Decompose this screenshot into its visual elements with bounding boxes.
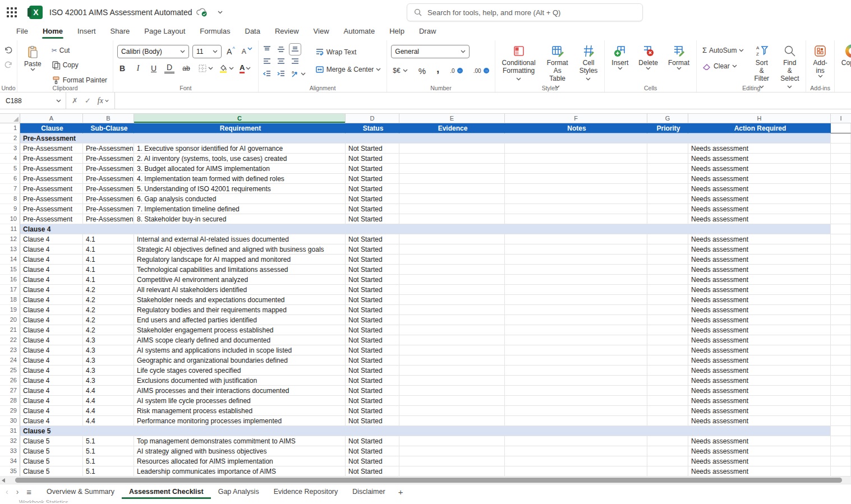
cell-clause-25[interactable]: Clause 4 bbox=[20, 366, 83, 376]
cell-requirement-10[interactable]: 8. Stakeholder buy-in secured bbox=[134, 214, 346, 224]
cell-I32[interactable] bbox=[831, 436, 851, 446]
cell-priority-25[interactable] bbox=[647, 366, 688, 376]
cell-I3[interactable] bbox=[831, 144, 851, 154]
cell-action-7[interactable]: Needs assessment bbox=[688, 184, 831, 194]
row-header-8[interactable]: 8 bbox=[0, 194, 20, 204]
align-bottom-icon[interactable] bbox=[291, 45, 300, 54]
ribbon-tab-home[interactable]: Home bbox=[35, 25, 70, 39]
cell-status-15[interactable]: Not Started bbox=[346, 265, 399, 275]
cell-subclause-32[interactable]: 5.1 bbox=[83, 436, 134, 446]
cell-notes-24[interactable] bbox=[505, 355, 647, 366]
cell-I15[interactable] bbox=[831, 265, 851, 275]
cell-clause-14[interactable]: Clause 4 bbox=[20, 255, 83, 265]
cancel-entry-icon[interactable]: ✗ bbox=[72, 96, 78, 105]
cell-notes-18[interactable] bbox=[505, 295, 647, 305]
cell-evidence-6[interactable] bbox=[399, 174, 505, 184]
cell-clause-32[interactable]: Clause 5 bbox=[20, 436, 83, 446]
cell-I8[interactable] bbox=[831, 194, 851, 204]
accounting-format-button[interactable]: $€ bbox=[391, 66, 409, 76]
cell-notes-7[interactable] bbox=[505, 184, 647, 194]
cell-action-35[interactable]: Needs assessment bbox=[688, 466, 831, 477]
fill-color-button[interactable] bbox=[219, 64, 234, 73]
align-middle-icon[interactable] bbox=[277, 45, 286, 54]
row-header-7[interactable]: 7 bbox=[0, 184, 20, 194]
cell-priority-12[interactable] bbox=[647, 234, 688, 244]
cell-notes-14[interactable] bbox=[505, 255, 647, 265]
cell-evidence-3[interactable] bbox=[399, 144, 505, 154]
cell-priority-10[interactable] bbox=[647, 214, 688, 224]
addins-button[interactable]: Add-ins bbox=[810, 44, 830, 78]
document-title[interactable]: ISO 42001 AIMS Assessment Automated bbox=[49, 8, 192, 17]
cell-priority-15[interactable] bbox=[647, 265, 688, 275]
cell-subclause-18[interactable]: 4.2 bbox=[83, 295, 134, 305]
cell-status-30[interactable]: Not Started bbox=[346, 416, 399, 426]
cell-priority-21[interactable] bbox=[647, 325, 688, 335]
cell-notes-6[interactable] bbox=[505, 174, 647, 184]
clear-button[interactable]: Clear bbox=[701, 61, 746, 72]
decrease-decimal-button[interactable]: .00→ bbox=[472, 67, 491, 75]
column-title-priority[interactable]: Priority bbox=[647, 123, 688, 133]
cell-requirement-4[interactable]: 2. AI inventory (systems, tools, use cas… bbox=[134, 154, 346, 164]
cell-I16[interactable] bbox=[831, 275, 851, 285]
row-header-25[interactable]: 25 bbox=[0, 366, 20, 376]
cell-I27[interactable] bbox=[831, 386, 851, 396]
cell-requirement-21[interactable]: Stakeholder engagement process establish… bbox=[134, 325, 346, 335]
cell-styles-button[interactable]: CellStyles bbox=[577, 44, 601, 83]
cell-priority-26[interactable] bbox=[647, 376, 688, 386]
decrease-font-size-button[interactable]: A bbox=[240, 47, 254, 57]
cell-I26[interactable] bbox=[831, 376, 851, 386]
cell-notes-17[interactable] bbox=[505, 285, 647, 295]
cell-evidence-29[interactable] bbox=[399, 406, 505, 416]
row-header-35[interactable]: 35 bbox=[0, 466, 20, 477]
cell-I12[interactable] bbox=[831, 234, 851, 244]
cell-subclause-6[interactable]: Pre-Assessment bbox=[83, 174, 134, 184]
row-header-10[interactable]: 10 bbox=[0, 214, 20, 224]
cell-status-10[interactable]: Not Started bbox=[346, 214, 399, 224]
cell-I18[interactable] bbox=[831, 295, 851, 305]
increase-font-size-button[interactable]: A^ bbox=[225, 46, 237, 57]
cell-I14[interactable] bbox=[831, 255, 851, 265]
formula-input[interactable] bbox=[115, 93, 851, 109]
cell-subclause-3[interactable]: Pre-Assessment bbox=[83, 144, 134, 154]
cell-action-32[interactable]: Needs assessment bbox=[688, 436, 831, 446]
decrease-indent-icon[interactable] bbox=[263, 70, 272, 78]
cell-evidence-17[interactable] bbox=[399, 285, 505, 295]
cell-clause-26[interactable]: Clause 4 bbox=[20, 376, 83, 386]
cell-priority-32[interactable] bbox=[647, 436, 688, 446]
row-header-17[interactable]: 17 bbox=[0, 285, 20, 295]
cell-subclause-5[interactable]: Pre-Assessment bbox=[83, 164, 134, 174]
cell-action-3[interactable]: Needs assessment bbox=[688, 144, 831, 154]
cell-clause-33[interactable]: Clause 5 bbox=[20, 446, 83, 456]
cell-priority-28[interactable] bbox=[647, 396, 688, 406]
cell-action-22[interactable]: Needs assessment bbox=[688, 335, 831, 345]
row-header-31[interactable]: 31 bbox=[0, 426, 20, 436]
cell-notes-21[interactable] bbox=[505, 325, 647, 335]
align-left-icon[interactable] bbox=[263, 57, 272, 66]
cell-priority-14[interactable] bbox=[647, 255, 688, 265]
horizontal-scrollbar-thumb[interactable] bbox=[15, 478, 842, 483]
cell-requirement-14[interactable]: Regulatory landscape for AI mapped and m… bbox=[134, 255, 346, 265]
sheet-tab-overview-summary[interactable]: Overview & Summary bbox=[39, 484, 122, 499]
column-title-sub_clause[interactable]: Sub-Clause bbox=[83, 123, 134, 133]
cell-requirement-20[interactable]: End users and affected parties identifie… bbox=[134, 315, 346, 325]
cell-notes-20[interactable] bbox=[505, 315, 647, 325]
row-header-3[interactable]: 3 bbox=[0, 144, 20, 154]
row-header-6[interactable]: 6 bbox=[0, 174, 20, 184]
cell-status-27[interactable]: Not Started bbox=[346, 386, 399, 396]
cell-priority-9[interactable] bbox=[647, 204, 688, 214]
cell-action-8[interactable]: Needs assessment bbox=[688, 194, 831, 204]
cell-requirement-34[interactable]: Resources allocated for AIMS implementat… bbox=[134, 456, 346, 466]
cell-evidence-23[interactable] bbox=[399, 345, 505, 355]
cell-I33[interactable] bbox=[831, 446, 851, 456]
ribbon-tab-file[interactable]: File bbox=[9, 25, 35, 39]
cell-notes-23[interactable] bbox=[505, 345, 647, 355]
cell-action-19[interactable]: Needs assessment bbox=[688, 305, 831, 315]
cut-button[interactable]: ✂Cut bbox=[50, 45, 109, 56]
cell-action-6[interactable]: Needs assessment bbox=[688, 174, 831, 184]
cell-I34[interactable] bbox=[831, 456, 851, 466]
cell-I24[interactable] bbox=[831, 355, 851, 366]
format-as-table-button[interactable]: Format AsTable bbox=[544, 44, 571, 91]
column-header-F[interactable]: F bbox=[505, 114, 647, 123]
cell-evidence-10[interactable] bbox=[399, 214, 505, 224]
cell-action-28[interactable]: Needs assessment bbox=[688, 396, 831, 406]
